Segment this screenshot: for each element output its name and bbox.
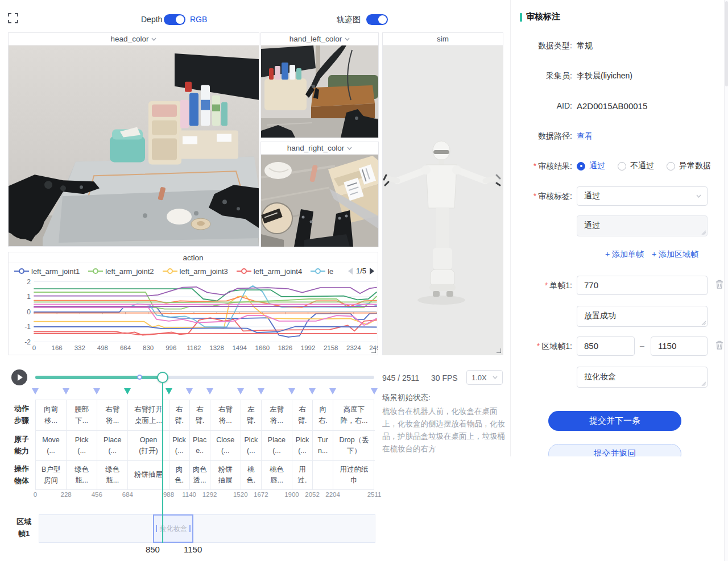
table-cell: 右 臂. [169,400,190,431]
step-marker-icon[interactable] [206,388,213,394]
step-marker-icon[interactable] [288,388,295,394]
table-cell: 右 臂. [292,400,313,431]
tag-select[interactable]: 通过 [577,186,708,206]
timeline-slider[interactable] [35,376,374,379]
panel-accent-bar [520,13,522,22]
resize-corner-icon[interactable] [370,347,376,353]
resize-handle-icon [701,321,706,325]
result-radio-selected[interactable]: 通过 [577,161,605,171]
step-marker-icon[interactable] [63,388,69,394]
page-scrollbar[interactable] [724,0,728,561]
collector-label: 采集员: [511,71,572,81]
timeline-handle[interactable] [157,372,168,383]
legend-line-icon [163,268,177,274]
svg-text:498: 498 [97,344,108,351]
data-path-link[interactable]: 查看 [577,131,593,142]
frame-axis-tick: 1292 [197,491,223,498]
depth-rgb-toggle[interactable] [164,14,185,25]
hand-right-title: hand_right_color [287,144,345,152]
table-cell: 向 右. [313,400,333,431]
required-asterisk: * [545,281,548,290]
result-radio-option[interactable]: 异常数据 [667,161,711,171]
legend-next-icon[interactable] [370,268,374,275]
step-marker-icon[interactable] [309,388,316,394]
table-cell: Drop（丢 下） [333,431,375,461]
play-button[interactable] [11,369,27,385]
result-radio-option[interactable]: 不通过 [618,161,654,171]
hand-left-select[interactable]: hand_left_color [261,33,378,45]
add-region-frame-link[interactable]: + 添加区域帧 [652,250,698,260]
required-asterisk: * [533,192,536,201]
hand-right-select[interactable]: hand_right_color [261,142,378,155]
single-frame-label: *单帧1: [511,281,572,291]
svg-text:0: 0 [27,308,31,316]
band-handle-left[interactable] [156,525,157,532]
table-cell: Plac e.. [190,431,210,461]
scene-text: 梳妆台在机器人前，化妆盒在桌面上，化妆盒的侧边摆放着物品，化妆品，护肤品盒垃圾在… [382,405,507,455]
step-marker-icon[interactable] [93,388,100,394]
svg-text:-2: -2 [24,338,31,346]
step-marker-icon[interactable] [186,388,193,394]
delete-region-frame-icon[interactable] [715,340,724,350]
scene-title: 场景初始状态: [382,393,507,403]
svg-text:1494: 1494 [232,344,247,351]
app-root: Depth RGB 轨迹图 head_color [0,0,728,561]
legend-item[interactable]: le [311,267,333,276]
frame-axis-tick: 456 [84,491,110,498]
review-panel-title: 审核标注 [526,11,560,22]
step-marker-icon[interactable] [371,388,378,394]
table-cell: Pick (... [241,431,262,461]
region-band[interactable]: 拉化妆盒 [153,514,193,543]
radio-label: 不通过 [630,161,654,171]
table-row-label: 操作 物体 [10,463,33,487]
svg-text:1328: 1328 [209,344,224,351]
step-marker-icon[interactable] [166,388,172,394]
head-camera-image [9,45,259,246]
scrollbar-thumb[interactable] [725,1,728,86]
tag-textarea[interactable]: 通过 [577,215,708,236]
legend-line-icon [311,268,325,274]
table-cell [313,461,333,489]
svg-text:-1: -1 [24,323,31,331]
step-marker-icon[interactable] [32,388,39,394]
chevron-down-icon [347,147,352,150]
step-marker-icon[interactable] [258,388,264,394]
speed-select[interactable]: 1.0X [466,370,503,385]
hand-left-panel: hand_left_color [260,32,379,138]
data-type-value: 常规 [577,41,593,51]
table-cell: 高度下 降，右... [333,400,375,431]
step-marker-icon[interactable] [237,388,244,394]
band-handle-right[interactable] [189,525,191,532]
chevron-down-icon [493,376,498,379]
legend-item[interactable]: left_arm_joint1 [14,267,80,276]
legend-item[interactable]: left_arm_joint4 [237,267,302,276]
step-marker-icon[interactable] [329,388,336,394]
legend-item[interactable]: left_arm_joint3 [163,267,228,276]
region-frame-track[interactable]: 拉化妆盒 [39,514,375,543]
submit-next-button[interactable]: 提交并下一条 [548,411,681,431]
region-end-input[interactable]: 1150 [651,336,708,356]
radio-label: 异常数据 [679,161,711,171]
region-frame-note[interactable]: 拉化妆盒 [577,367,708,388]
single-frame-dot[interactable] [137,375,142,380]
table-cell: Place (... [97,431,128,461]
legend-item[interactable]: left_arm_joint2 [88,267,154,276]
frame-axis-tick: 0 [22,491,48,498]
fullscreen-icon[interactable] [8,13,18,23]
single-frame-input[interactable]: 770 [577,276,708,295]
head-color-select[interactable]: head_color [9,33,259,45]
legend-prev-icon[interactable] [348,268,353,275]
delete-single-frame-icon[interactable] [715,280,724,289]
add-single-frame-link[interactable]: + 添加单帧 [605,250,644,260]
step-marker-icon[interactable] [124,388,131,394]
table-cell: 肉 色. [169,461,190,489]
svg-text:1992: 1992 [301,344,316,351]
resize-corner-icon[interactable] [495,347,501,353]
table-cell: 粉饼 抽屉 [210,461,241,489]
chart-legend: left_arm_joint1left_arm_joint2left_arm_j… [14,265,333,277]
region-start-input[interactable]: 850 [577,336,635,356]
trajectory-toggle[interactable] [366,14,388,25]
single-frame-note[interactable]: 放置成功 [577,306,708,327]
submit-back-button[interactable]: 提交并返回 [548,444,681,456]
svg-text:1: 1 [27,293,31,301]
